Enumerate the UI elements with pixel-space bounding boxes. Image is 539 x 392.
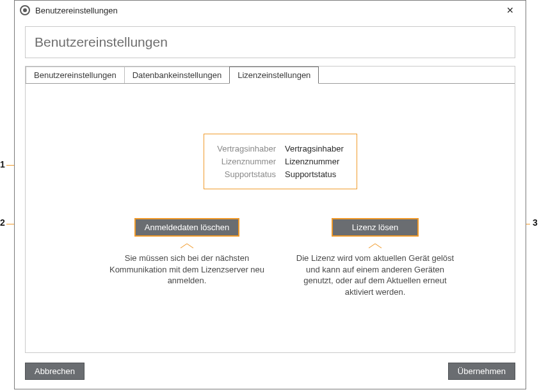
- value-support-status: Supportstatus: [285, 169, 349, 179]
- cancel-button[interactable]: Abbrechen: [25, 363, 84, 380]
- action-delete-credentials-group: Anmeldedaten löschen Sie müssen sich bei…: [104, 219, 270, 286]
- label-contract-holder: Vertragsinhaber: [212, 144, 276, 153]
- heading-panel: Benutzereinstellungen: [25, 26, 515, 58]
- callout-1: 1: [0, 159, 5, 169]
- tab-content-license: Vertragsinhaber Vertragsinhaber Lizenznu…: [26, 84, 515, 352]
- dialog-footer: Abbrechen Übernehmen: [25, 363, 515, 380]
- callout-3: 3: [533, 217, 538, 228]
- callout-2: 2: [0, 217, 5, 228]
- value-contract-holder: Vertragsinhaber: [285, 144, 349, 153]
- value-license-number: Lizenznummer: [285, 157, 349, 166]
- license-info-box: Vertragsinhaber Vertragsinhaber Lizenznu…: [204, 134, 357, 189]
- license-row-license-number: Lizenznummer Lizenznummer: [212, 157, 349, 166]
- page-title: Benutzereinstellungen: [35, 35, 506, 50]
- license-row-contract-holder: Vertragsinhaber Vertragsinhaber: [212, 144, 349, 153]
- release-license-button[interactable]: Lizenz lösen: [332, 219, 418, 236]
- window-title: Benutzereinstellungen: [35, 6, 500, 15]
- label-support-status: Supportstatus: [212, 169, 276, 179]
- apply-button[interactable]: Übernehmen: [448, 363, 515, 380]
- tab-host: Benutzereinstellungen Datenbankeinstellu…: [25, 66, 515, 353]
- dialog-window: Benutzereinstellungen ✕ Benutzereinstell…: [14, 0, 526, 389]
- tab-license-settings[interactable]: Lizenzeinstellungen: [229, 67, 319, 84]
- action-release-license-group: Lizenz lösen Die Lizenz wird vom aktuell…: [292, 219, 458, 297]
- delete-credentials-description: Sie müssen sich bei der nächsten Kommuni…: [104, 253, 270, 286]
- chevron-up-icon: [181, 242, 193, 249]
- app-icon: [20, 5, 30, 15]
- tab-database-settings[interactable]: Datenbankeinstellungen: [124, 67, 230, 83]
- delete-credentials-button[interactable]: Anmeldedaten löschen: [135, 219, 239, 236]
- close-icon: ✕: [506, 5, 514, 15]
- close-button[interactable]: ✕: [500, 3, 520, 18]
- tab-strip: Benutzereinstellungen Datenbankeinstellu…: [26, 67, 515, 84]
- titlebar: Benutzereinstellungen ✕: [15, 1, 526, 20]
- label-license-number: Lizenznummer: [212, 157, 276, 166]
- chevron-up-icon: [369, 242, 382, 249]
- license-row-support-status: Supportstatus Supportstatus: [212, 169, 349, 179]
- release-license-description: Die Lizenz wird vom aktuellen Gerät gelö…: [292, 253, 458, 297]
- tab-user-settings[interactable]: Benutzereinstellungen: [26, 67, 125, 83]
